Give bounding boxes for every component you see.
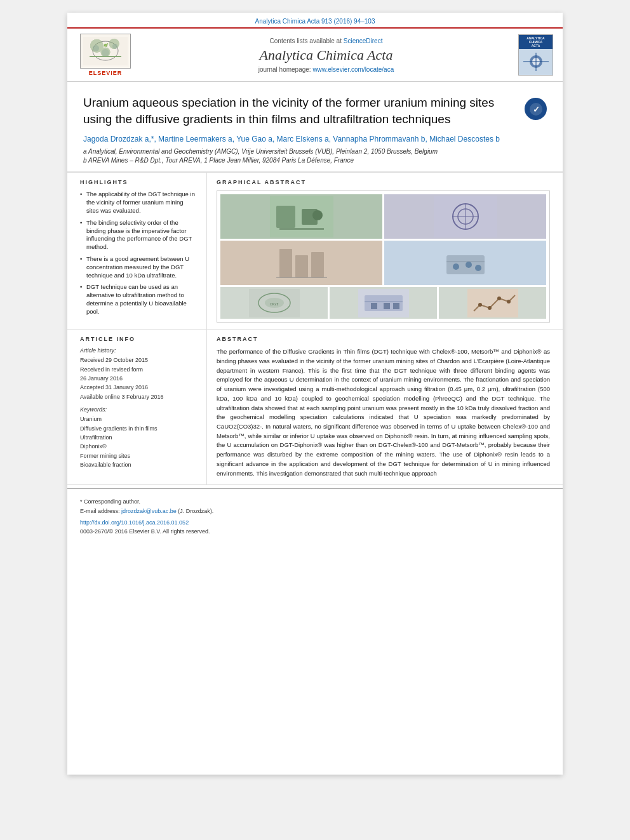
svg-rect-45 <box>393 303 399 309</box>
homepage-line: journal homepage: www.elsevier.com/locat… <box>140 66 512 73</box>
ga-bottom-image-1: DGT <box>220 287 328 319</box>
available-date: Available online 3 February 2016 <box>80 392 197 401</box>
svg-rect-26 <box>279 249 292 277</box>
doi-link[interactable]: http://dx.doi.org/10.1016/j.aca.2016.01.… <box>80 519 550 526</box>
ga-images-grid <box>220 194 546 285</box>
article-title-text: Uranium aqueous speciation in the vicini… <box>83 95 518 165</box>
ga-bottom-image-2 <box>330 287 437 319</box>
corresponding-note: * Corresponding author. <box>80 498 550 505</box>
journal-thumb-body <box>519 49 553 75</box>
svg-point-4 <box>93 45 99 51</box>
abstract-label: ABSTRACT <box>217 336 550 342</box>
revised-date: 26 January 2016 <box>80 374 197 383</box>
svg-rect-19 <box>279 228 324 230</box>
svg-point-34 <box>466 262 472 268</box>
svg-rect-28 <box>311 252 324 277</box>
keywords-list: Uranium Diffusive gradients in thin film… <box>80 415 197 469</box>
article-page: Analytica Chimica Acta 913 (2016) 94–103… <box>67 13 563 775</box>
svg-rect-3 <box>90 56 121 57</box>
article-info-label: ARTICLE INFO <box>80 336 197 342</box>
keywords-section: Keywords: Uranium Diffusive gradients in… <box>80 406 197 469</box>
svg-rect-16 <box>276 206 295 228</box>
article-footer: * Corresponding author. E-mail address: … <box>67 488 563 541</box>
copyright-notice: 0003-2670/© 2016 Elsevier B.V. All right… <box>80 528 550 535</box>
abstract-text: The performance of the Diffusive Gradien… <box>217 347 550 478</box>
authors: Jagoda Drozdzak a,*, Martine Leermakers … <box>83 135 518 143</box>
svg-rect-44 <box>384 303 390 309</box>
article-history: Article history: Received 29 October 201… <box>80 347 197 401</box>
highlights-graphical-band: HIGHLIGHTS The applicability of the DGT … <box>67 172 563 330</box>
email-suffix: (J. Drozdzak). <box>178 508 213 514</box>
article-info-abstract-band: ARTICLE INFO Article history: Received 2… <box>67 330 563 485</box>
received-revised-label: Received in revised form <box>80 365 197 374</box>
sciencedirect-line: Contents lists available at ScienceDirec… <box>140 37 512 44</box>
svg-point-18 <box>312 210 323 220</box>
svg-point-6 <box>102 49 109 57</box>
svg-point-35 <box>475 265 481 271</box>
ga-image-2 <box>384 194 546 239</box>
svg-text:DGT: DGT <box>270 302 278 306</box>
highlights-column: HIGHLIGHTS The applicability of the DGT … <box>67 173 207 329</box>
received-date: Received 29 October 2015 <box>80 356 197 364</box>
svg-point-1 <box>93 41 118 60</box>
svg-text:🌿: 🌿 <box>103 43 109 48</box>
highlights-list: The applicability of the DGT technique i… <box>80 190 197 316</box>
journal-header-center: Contents lists available at ScienceDirec… <box>140 37 512 73</box>
journal-thumb-title: ANALYTICACHIMICAACTA <box>519 35 553 49</box>
keywords-label: Keywords: <box>80 406 197 413</box>
affiliations: a Analytical, Environmental and Geochemi… <box>83 147 518 165</box>
affiliation-b: b AREVA Mines – R&D Dpt., Tour AREVA, 1 … <box>83 156 518 165</box>
svg-rect-0 <box>83 37 128 65</box>
ga-image-3 <box>220 241 382 285</box>
svg-point-50 <box>507 300 511 303</box>
sciencedirect-link[interactable]: ScienceDirect <box>344 37 383 44</box>
ga-image-1 <box>220 194 382 239</box>
crossmark-icon: ✓ <box>525 98 547 120</box>
highlight-item-4: DGT technique can be used as an alternat… <box>80 283 197 316</box>
keyword-uranium: Uranium <box>80 415 197 423</box>
ga-image-4 <box>384 241 546 285</box>
graphical-abstract-container: DGT <box>217 190 550 323</box>
email-link[interactable]: jdrozdzak@vub.ac.be <box>121 508 177 514</box>
highlight-item-2: The binding selectivity order of the bin… <box>80 219 197 251</box>
svg-point-5 <box>112 44 117 49</box>
accepted-date: Accepted 31 January 2016 <box>80 383 197 392</box>
keyword-bioavailable: Bioavailable fraction <box>80 460 197 469</box>
elsevier-logo: 🌿 ELSEVIER <box>77 34 134 76</box>
keyword-ultrafiltration: Ultrafiltration <box>80 433 197 442</box>
history-label: Article history: <box>80 347 197 354</box>
highlights-label: HIGHLIGHTS <box>80 179 197 185</box>
elsevier-label: ELSEVIER <box>89 70 123 76</box>
journal-reference: Analytica Chimica Acta 913 (2016) 94–103 <box>67 13 563 27</box>
email-note: E-mail address: jdrozdzak@vub.ac.be (J. … <box>80 508 550 514</box>
ga-bottom-row: DGT <box>220 287 546 319</box>
graphical-abstract-label: GRAPHICAL ABSTRACT <box>217 179 550 185</box>
svg-rect-27 <box>295 255 308 277</box>
journal-thumbnail: ANALYTICACHIMICAACTA <box>518 34 553 76</box>
journal-header: 🌿 ELSEVIER Contents lists available at S… <box>67 27 563 82</box>
svg-point-33 <box>453 263 459 270</box>
crossmark-badge[interactable]: ✓ <box>525 98 547 120</box>
keyword-dgt: Diffusive gradients in thin films <box>80 424 197 433</box>
ga-bottom-image-3 <box>439 287 546 319</box>
article-title: Uranium aqueous speciation in the vicini… <box>83 95 518 127</box>
svg-point-48 <box>488 306 492 310</box>
highlight-item-3: There is a good agreement between U conc… <box>80 255 197 279</box>
svg-text:✓: ✓ <box>532 105 539 114</box>
affiliation-a: a Analytical, Environmental and Geochemi… <box>83 147 518 156</box>
highlight-item-1: The applicability of the DGT technique i… <box>80 190 197 215</box>
svg-rect-46 <box>467 289 518 317</box>
svg-rect-43 <box>371 303 377 309</box>
homepage-link[interactable]: www.elsevier.com/locate/aca <box>312 66 394 73</box>
journal-title: Analytica Chimica Acta <box>140 47 512 63</box>
article-title-section: Uranium aqueous speciation in the vicini… <box>67 82 563 172</box>
svg-point-49 <box>497 297 501 300</box>
email-label: E-mail address: <box>80 508 120 514</box>
abstract-column: ABSTRACT The performance of the Diffusiv… <box>207 330 563 484</box>
svg-point-47 <box>478 303 482 307</box>
keyword-mining: Former mining sites <box>80 451 197 460</box>
article-info-column: ARTICLE INFO Article history: Received 2… <box>67 330 207 484</box>
elsevier-logo-image: 🌿 <box>80 34 131 69</box>
graphical-abstract-column: GRAPHICAL ABSTRACT <box>207 173 563 329</box>
keyword-diphonix: Diphonix® <box>80 442 197 451</box>
